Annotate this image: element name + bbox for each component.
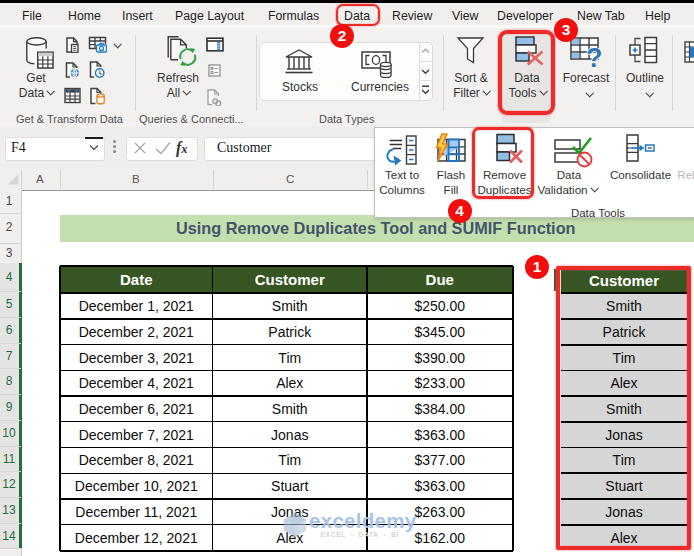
svg-text:?: ? [586,43,603,69]
